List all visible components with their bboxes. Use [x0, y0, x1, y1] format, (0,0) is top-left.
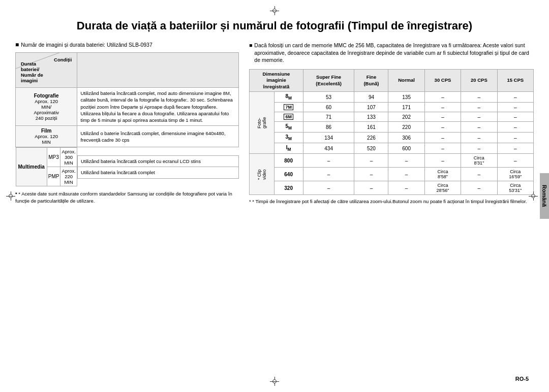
memory-table: Dimensiuneimaginieînregistrată Super Fin…	[249, 69, 534, 195]
sidebar-label: Română	[540, 173, 549, 219]
right-bullet: ■ Dacă folosiți un card de memorie MMC d…	[249, 42, 534, 64]
pmp-label: PMP	[47, 167, 60, 186]
6m-fine: 133	[354, 112, 388, 122]
header-30cps: 30 CPS	[424, 70, 461, 92]
multimedia-conditions-cell: Utilizând bateria încărcată complet cu e…	[77, 147, 239, 187]
foto-label: Foto-grafie	[250, 92, 274, 154]
crosshair-top	[270, 6, 279, 15]
size-8m: 8M	[274, 92, 303, 103]
multimedia-header-row: Multimedia MP3 Aprox. 300MIN	[16, 148, 77, 167]
table-header-row: Dimensiuneimaginieînregistrată Super Fin…	[250, 70, 534, 92]
6m-20: –	[461, 112, 497, 122]
table-row-fotografie: Fotografie Aprox. 120MIN/Aproximativ240 …	[16, 88, 239, 126]
320-15: Circa53'31"	[497, 181, 533, 195]
table-row-multimedia-mp3: Multimedia MP3 Aprox. 300MIN PMP Aprox. …	[16, 147, 239, 187]
3m-15: –	[497, 133, 533, 143]
table-row-640: 640 – – – Circa8'58" – Circa16'59"	[250, 168, 534, 181]
header-super-fine: Super Fine(Excelentă)	[303, 70, 354, 92]
800-normal: –	[388, 154, 424, 168]
right-column: ■ Dacă folosiți un card de memorie MMC d…	[249, 42, 534, 205]
1m-sf: 434	[303, 143, 354, 154]
fotografie-label: Fotografie Aprox. 120MIN/Aproximativ240 …	[16, 88, 77, 126]
7m-sf: 60	[303, 103, 354, 112]
left-bullet: ■ Număr de imagini și durata bateriei: U…	[15, 42, 239, 48]
1m-normal: 600	[388, 143, 424, 154]
3m-fine: 226	[354, 133, 388, 143]
640-15: Circa16'59"	[497, 168, 533, 181]
multimedia-cond-subtable: Utilizând bateria încărcată complet cu e…	[77, 155, 239, 179]
page-title: Durata de viață a bateriilor și numărul …	[15, 19, 534, 32]
diag-top-label: Condiții	[54, 57, 72, 62]
conditions-header	[77, 53, 239, 88]
table-row-film: Film Aprox. 120MIN Utilizând o baterie î…	[16, 126, 239, 147]
7m-fine: 107	[354, 103, 388, 112]
1m-15: –	[497, 143, 533, 154]
table-row-6m: 6M 71 133 202 – – –	[250, 112, 534, 122]
3m-20: –	[461, 133, 497, 143]
table-row-8m: Foto-grafie 8M 53 94 135 – – –	[250, 92, 534, 103]
right-footnote: * * Timpii de înregistrare pot fi afecta…	[249, 198, 534, 205]
5m-15: –	[497, 122, 533, 133]
5m-normal: 220	[388, 122, 424, 133]
320-sf: –	[303, 181, 354, 195]
main-content: ■ Număr de imagini și durata bateriei: U…	[15, 42, 534, 205]
pmp-duration: Aprox. 220MIN	[60, 167, 77, 186]
size-3m: 3M	[274, 133, 303, 143]
8m-fine: 94	[354, 92, 388, 103]
640-20: –	[461, 168, 497, 181]
fotografie-condition: Utilizând bateria încărcată complet, mod…	[77, 88, 239, 126]
3m-sf: 134	[303, 133, 354, 143]
5m-30: –	[424, 122, 461, 133]
page-number: RO-5	[515, 376, 529, 382]
8m-sf: 53	[303, 92, 354, 103]
320-20: –	[461, 181, 497, 195]
table-row-5m: 5M 86 161 220 – – –	[250, 122, 534, 133]
320-normal: –	[388, 181, 424, 195]
size-6m: 6M	[274, 112, 303, 122]
crosshair-right	[529, 191, 538, 201]
film-label: Film Aprox. 120MIN	[16, 126, 77, 147]
640-sf: –	[303, 168, 354, 181]
table-row-3m: 3M 134 226 306 – – –	[250, 133, 534, 143]
800-15: –	[497, 154, 533, 168]
mp3-duration: Aprox. 300MIN	[60, 148, 77, 167]
800-20: Circa8'31"	[461, 154, 497, 168]
size-320: 320	[274, 181, 303, 195]
header-fine: Fine(Bună)	[354, 70, 388, 92]
multimedia-subtable: Multimedia MP3 Aprox. 300MIN PMP Aprox. …	[16, 147, 77, 186]
3m-normal: 306	[388, 133, 424, 143]
800-fine: –	[354, 154, 388, 168]
header-dimension: Dimensiuneimaginieînregistrată	[250, 70, 303, 92]
left-column: ■ Număr de imagini și durata bateriei: U…	[15, 42, 239, 205]
size-7m: 7M	[274, 103, 303, 112]
7m-30: –	[424, 103, 461, 112]
table-row-1m: IM 434 520 600 – – –	[250, 143, 534, 154]
320-30: Circa28'56"	[424, 181, 461, 195]
5m-sf: 86	[303, 122, 354, 133]
left-footnote: * * Aceste date sunt măsurate conform st…	[15, 190, 239, 204]
size-800: 800	[274, 154, 303, 168]
bullet-symbol-right: ■	[249, 42, 252, 49]
8m-normal: 135	[388, 92, 424, 103]
7m-15: –	[497, 103, 533, 112]
640-30: Circa8'58"	[424, 168, 461, 181]
mp3-condition: Utilizând bateria încărcată complet cu e…	[77, 156, 238, 167]
multimedia-row-label: Multimedia	[16, 148, 47, 186]
1m-30: –	[424, 143, 461, 154]
size-5m: 5M	[274, 122, 303, 133]
8m-20: –	[461, 92, 497, 103]
6m-30: –	[424, 112, 461, 122]
6m-normal: 202	[388, 112, 424, 122]
1m-fine: 520	[354, 143, 388, 154]
5m-fine: 161	[354, 122, 388, 133]
clip-label: * Clipvideo	[250, 154, 274, 195]
crosshair-left	[6, 191, 15, 201]
size-1m: IM	[274, 143, 303, 154]
6m-15: –	[497, 112, 533, 122]
table-row-800: * Clipvideo 800 – – – – Circa8'31" –	[250, 154, 534, 168]
header-normal: Normal	[388, 70, 424, 92]
table-row-320: 320 – – – Circa28'56" – Circa53'31"	[250, 181, 534, 195]
pmp-cond-row: Utilizând bateria încărcată complet	[77, 167, 238, 178]
header-15cps: 15 CPS	[497, 70, 533, 92]
diag-bottom-label: Duratabateriei/Număr deimagini	[21, 61, 43, 83]
